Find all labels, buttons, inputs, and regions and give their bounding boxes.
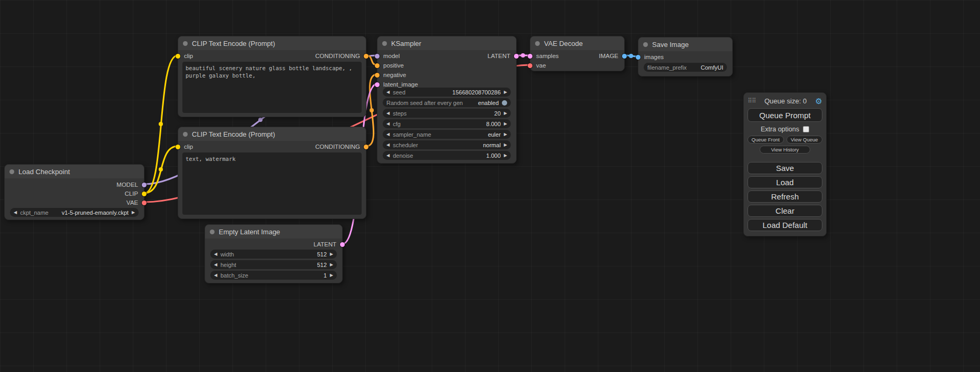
clear-button[interactable]: Clear bbox=[748, 205, 822, 217]
increment-arrow-icon[interactable]: ▶ bbox=[330, 273, 333, 278]
save-button[interactable]: Save bbox=[748, 162, 822, 174]
scheduler-widget[interactable]: ◀ scheduler normal ▶ bbox=[383, 140, 511, 149]
decrement-arrow-icon[interactable]: ◀ bbox=[386, 90, 390, 94]
port-dot-image-icon[interactable] bbox=[636, 55, 641, 60]
input-port-clip[interactable]: clip bbox=[176, 143, 193, 150]
height-widget[interactable]: ◀ height 512 ▶ bbox=[210, 260, 337, 269]
port-dot-conditioning-icon[interactable] bbox=[375, 63, 380, 68]
port-dot-clip-icon[interactable] bbox=[142, 192, 147, 196]
port-dot-image-icon[interactable] bbox=[622, 54, 627, 59]
node-title-bar[interactable]: Empty Latent Image bbox=[205, 225, 342, 239]
node-vae-decode[interactable]: VAE Decode samples vae IMAGE bbox=[530, 36, 625, 71]
port-dot-latent-icon[interactable] bbox=[514, 54, 519, 59]
load-button[interactable]: Load bbox=[748, 176, 822, 188]
decrement-arrow-icon[interactable]: ◀ bbox=[214, 252, 217, 256]
prompt-textarea[interactable]: text, watermark bbox=[182, 152, 362, 215]
seed-widget[interactable]: ◀ seed 156680208700286 ▶ bbox=[383, 88, 511, 97]
input-port-model[interactable]: model bbox=[375, 52, 400, 60]
input-port-latent-image[interactable]: latent_image bbox=[375, 81, 418, 88]
collapse-dot-icon[interactable] bbox=[9, 169, 14, 174]
collapse-dot-icon[interactable] bbox=[643, 42, 648, 47]
view-history-button[interactable]: View History bbox=[760, 146, 810, 154]
input-port-images[interactable]: images bbox=[636, 53, 664, 61]
input-port-samples[interactable]: samples bbox=[528, 52, 559, 60]
port-dot-clip-icon[interactable] bbox=[176, 145, 180, 149]
increment-arrow-icon[interactable]: ▶ bbox=[504, 90, 507, 94]
port-dot-latent-icon[interactable] bbox=[340, 242, 345, 247]
collapse-dot-icon[interactable] bbox=[183, 41, 188, 46]
decrement-arrow-icon[interactable]: ◀ bbox=[214, 273, 217, 278]
refresh-button[interactable]: Refresh bbox=[748, 190, 822, 203]
output-port-latent[interactable]: LATENT bbox=[488, 52, 519, 60]
node-ksampler[interactable]: KSampler model positive negative latent_… bbox=[377, 36, 517, 164]
toggle-dot-icon[interactable] bbox=[502, 100, 507, 106]
random-seed-toggle-widget[interactable]: Random seed after every gen enabled bbox=[383, 98, 511, 107]
port-dot-conditioning-icon[interactable] bbox=[364, 145, 368, 149]
cfg-widget[interactable]: ◀ cfg 8.000 ▶ bbox=[383, 119, 511, 128]
node-title-bar[interactable]: Load Checkpoint bbox=[5, 165, 144, 178]
sampler-name-widget[interactable]: ◀ sampler_name euler ▶ bbox=[383, 130, 511, 139]
collapse-dot-icon[interactable] bbox=[535, 41, 540, 46]
prompt-textarea[interactable]: beautiful scenery nature glass bottle la… bbox=[182, 62, 362, 113]
increment-arrow-icon[interactable]: ▶ bbox=[330, 252, 333, 256]
decrement-arrow-icon[interactable]: ◀ bbox=[386, 143, 390, 147]
port-dot-latent-icon[interactable] bbox=[375, 82, 380, 87]
decrement-arrow-icon[interactable]: ◀ bbox=[386, 132, 390, 137]
increment-arrow-icon[interactable]: ▶ bbox=[330, 263, 333, 267]
queue-front-button[interactable]: Queue Front bbox=[748, 136, 784, 144]
extra-options-checkbox[interactable] bbox=[803, 126, 809, 132]
load-default-button[interactable]: Load Default bbox=[748, 219, 822, 231]
node-load-checkpoint[interactable]: Load Checkpoint MODEL CLIP VAE ◀ ckpt_na… bbox=[4, 164, 144, 220]
node-graph-canvas[interactable]: Load Checkpoint MODEL CLIP VAE ◀ ckpt_na… bbox=[0, 0, 980, 372]
drag-handle-icon[interactable]: ⠿⠿ bbox=[748, 97, 756, 104]
output-port-model[interactable]: MODEL bbox=[117, 181, 147, 188]
collapse-dot-icon[interactable] bbox=[210, 230, 215, 234]
width-widget[interactable]: ◀ width 512 ▶ bbox=[210, 250, 337, 259]
input-port-negative[interactable]: negative bbox=[375, 71, 406, 79]
output-port-clip[interactable]: CLIP bbox=[124, 190, 147, 197]
increment-arrow-icon[interactable]: ▶ bbox=[504, 122, 507, 126]
port-dot-vae-icon[interactable] bbox=[528, 63, 532, 68]
view-queue-button[interactable]: View Queue bbox=[787, 136, 823, 144]
decrement-arrow-icon[interactable]: ◀ bbox=[386, 154, 390, 158]
denoise-widget[interactable]: ◀ denoise 1.000 ▶ bbox=[383, 151, 511, 160]
port-dot-latent-icon[interactable] bbox=[528, 54, 532, 59]
port-dot-conditioning-icon[interactable] bbox=[375, 73, 380, 78]
input-port-positive[interactable]: positive bbox=[375, 62, 404, 69]
port-dot-vae-icon[interactable] bbox=[142, 201, 147, 205]
output-port-latent[interactable]: LATENT bbox=[314, 241, 345, 248]
increment-arrow-icon[interactable]: ▶ bbox=[132, 211, 135, 215]
port-dot-model-icon[interactable] bbox=[142, 183, 147, 187]
batch-size-widget[interactable]: ◀ batch_size 1 ▶ bbox=[210, 271, 337, 280]
decrement-arrow-icon[interactable]: ◀ bbox=[14, 211, 17, 215]
decrement-arrow-icon[interactable]: ◀ bbox=[386, 111, 390, 116]
collapse-dot-icon[interactable] bbox=[183, 132, 188, 137]
node-save-image[interactable]: Save Image images filename_prefix ComfyU… bbox=[638, 37, 733, 77]
input-port-clip[interactable]: clip bbox=[176, 52, 193, 60]
node-empty-latent-image[interactable]: Empty Latent Image LATENT ◀ width 512 ▶ … bbox=[205, 224, 343, 283]
output-port-vae[interactable]: VAE bbox=[127, 199, 147, 206]
increment-arrow-icon[interactable]: ▶ bbox=[504, 111, 507, 116]
decrement-arrow-icon[interactable]: ◀ bbox=[386, 122, 390, 126]
increment-arrow-icon[interactable]: ▶ bbox=[504, 132, 507, 137]
increment-arrow-icon[interactable]: ▶ bbox=[504, 143, 507, 147]
output-port-image[interactable]: IMAGE bbox=[599, 52, 627, 60]
queue-prompt-button[interactable]: Queue Prompt bbox=[748, 108, 822, 122]
output-port-conditioning[interactable]: CONDITIONING bbox=[315, 143, 368, 150]
ckpt-name-widget[interactable]: ◀ ckpt_name v1-5-pruned-emaonly.ckpt ▶ bbox=[10, 208, 139, 217]
increment-arrow-icon[interactable]: ▶ bbox=[504, 154, 507, 158]
node-clip-text-encode-negative[interactable]: CLIP Text Encode (Prompt) clip CONDITION… bbox=[178, 127, 366, 219]
node-title-bar[interactable]: KSampler bbox=[377, 36, 516, 50]
filename-prefix-widget[interactable]: filename_prefix ComfyUI bbox=[644, 63, 727, 72]
port-dot-conditioning-icon[interactable] bbox=[364, 54, 368, 59]
node-title-bar[interactable]: VAE Decode bbox=[530, 36, 624, 50]
node-title-bar[interactable]: CLIP Text Encode (Prompt) bbox=[178, 36, 366, 50]
steps-widget[interactable]: ◀ steps 20 ▶ bbox=[383, 109, 511, 118]
node-clip-text-encode-positive[interactable]: CLIP Text Encode (Prompt) clip CONDITION… bbox=[178, 36, 366, 117]
port-dot-clip-icon[interactable] bbox=[176, 54, 180, 59]
output-port-conditioning[interactable]: CONDITIONING bbox=[315, 52, 368, 60]
port-dot-model-icon[interactable] bbox=[375, 54, 380, 59]
node-title-bar[interactable]: Save Image bbox=[638, 37, 732, 51]
collapse-dot-icon[interactable] bbox=[382, 41, 387, 46]
settings-gear-icon[interactable]: ⚙ bbox=[816, 97, 822, 105]
